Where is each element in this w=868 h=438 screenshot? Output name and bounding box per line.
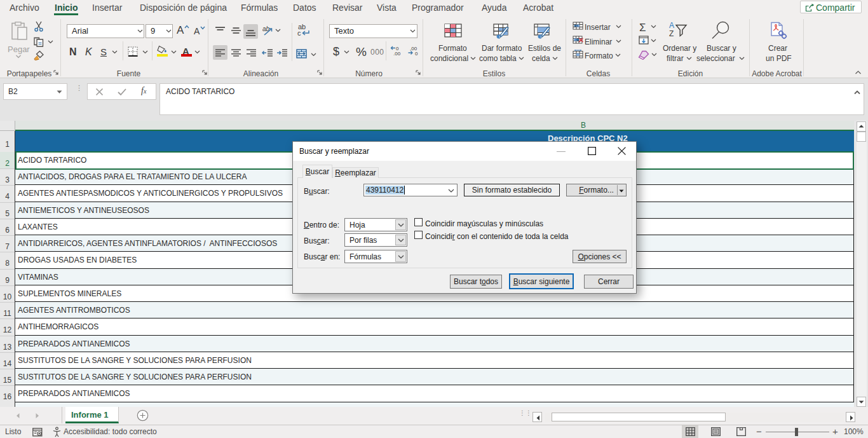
svg-text:A: A xyxy=(669,21,674,30)
svg-text:Z: Z xyxy=(669,29,674,38)
svg-text:,00: ,00 xyxy=(393,51,401,56)
svg-text:0: 0 xyxy=(415,51,418,56)
